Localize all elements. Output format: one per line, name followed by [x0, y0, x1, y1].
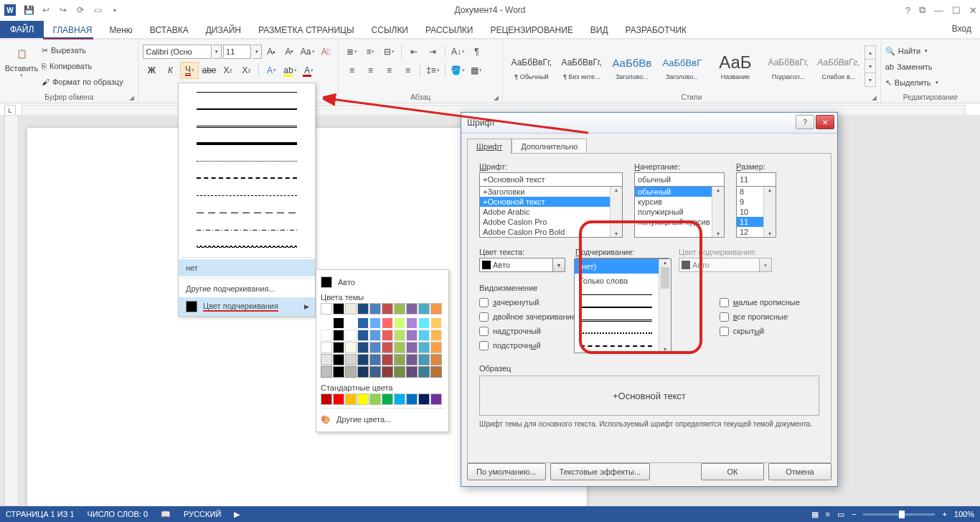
show-marks-icon[interactable]: ¶: [468, 44, 485, 60]
style-heading1[interactable]: АаБбВвЗаголово...: [608, 45, 656, 87]
minimize-icon[interactable]: —: [934, 5, 943, 16]
cut-button[interactable]: ✂Вырезать: [42, 43, 123, 57]
underline-opt-wordsonly[interactable]: Только слова: [575, 274, 671, 288]
color-swatch[interactable]: [369, 393, 381, 405]
indent-icon[interactable]: ⇥: [424, 44, 441, 60]
subscript-button[interactable]: X2: [219, 62, 236, 78]
text-effects-button[interactable]: Текстовые эффекты...: [550, 463, 651, 480]
tab-mailings[interactable]: РАССЫЛКИ: [417, 22, 481, 38]
font-input[interactable]: +Основной текст: [479, 172, 623, 187]
italic-button[interactable]: К: [161, 62, 179, 78]
tab-home[interactable]: ГЛАВНАЯ: [44, 22, 100, 38]
clear-format-icon[interactable]: A⃠: [317, 44, 334, 60]
chk-super[interactable]: надстрочный: [479, 324, 576, 338]
underline-button[interactable]: Ч: [180, 62, 199, 79]
color-swatch[interactable]: [321, 330, 332, 341]
underline-style-5[interactable]: [179, 152, 315, 169]
shrink-font-icon[interactable]: A▾: [281, 44, 298, 60]
qat-customize-icon[interactable]: ▾: [107, 2, 123, 18]
color-swatch[interactable]: [357, 303, 369, 314]
status-macro-icon[interactable]: ▶: [234, 510, 240, 519]
font-listbox[interactable]: +Заголовки +Основной текст Adobe Arabic …: [479, 186, 623, 238]
color-swatch[interactable]: [345, 366, 357, 378]
color-swatch[interactable]: [430, 303, 442, 314]
close-icon[interactable]: ✕: [969, 5, 977, 16]
color-swatch[interactable]: [430, 317, 442, 329]
underline-opt-line3[interactable]: [575, 314, 671, 327]
color-swatch[interactable]: [345, 317, 357, 329]
underline-opt-line1[interactable]: [575, 288, 671, 301]
color-swatch[interactable]: [430, 342, 442, 353]
auto-color-item[interactable]: Авто: [321, 274, 444, 290]
status-page[interactable]: СТРАНИЦА 1 ИЗ 1: [6, 510, 75, 518]
dialog-close-icon[interactable]: ✕: [816, 115, 834, 129]
tab-design[interactable]: ДИЗАЙН: [197, 22, 250, 38]
color-swatch[interactable]: [394, 330, 405, 341]
text-color-combo[interactable]: Авто▾: [479, 258, 565, 272]
underline-style-10[interactable]: [179, 238, 315, 256]
color-swatch[interactable]: [394, 393, 405, 405]
style-input[interactable]: обычный: [634, 172, 725, 187]
select-button[interactable]: ↖Выделить▾: [885, 75, 976, 90]
underline-options-popup[interactable]: (нет) Только слова ▴▾: [574, 258, 672, 353]
color-swatch[interactable]: [333, 342, 344, 353]
save-icon[interactable]: 💾: [21, 2, 37, 18]
style-emphasis[interactable]: АаБбВвГг,Слабое в...: [814, 45, 863, 87]
styles-launcher-icon[interactable]: ◢: [872, 94, 879, 101]
color-swatch[interactable]: [418, 303, 430, 314]
color-swatch[interactable]: [406, 354, 418, 365]
color-swatch[interactable]: [382, 303, 393, 314]
zoom-slider[interactable]: [863, 513, 935, 516]
align-center-icon[interactable]: ≡: [362, 62, 379, 78]
color-swatch[interactable]: [357, 330, 369, 341]
color-swatch[interactable]: [418, 342, 430, 353]
format-painter-button[interactable]: 🖌Формат по образцу: [42, 75, 123, 89]
size-listbox[interactable]: 8 9 10 11 12 ▴▾: [736, 186, 776, 238]
color-swatch[interactable]: [406, 317, 418, 329]
underline-more[interactable]: Другие подчеркивания...: [179, 280, 315, 297]
color-swatch[interactable]: [345, 354, 357, 365]
underline-style-2[interactable]: [179, 101, 315, 118]
more-colors-item[interactable]: 🎨Другие цвета...: [321, 411, 444, 427]
color-swatch[interactable]: [430, 354, 442, 365]
underline-style-4[interactable]: [179, 135, 315, 152]
color-swatch[interactable]: [369, 354, 381, 365]
dialog-titlebar[interactable]: Шрифт ? ✕: [461, 113, 837, 134]
color-swatch[interactable]: [369, 303, 381, 314]
zoom-in-icon[interactable]: +: [942, 510, 946, 518]
dialog-help-icon[interactable]: ?: [796, 115, 814, 129]
new-doc-icon[interactable]: ▭: [90, 2, 105, 18]
align-left-icon[interactable]: ≡: [343, 62, 360, 78]
style-subtitle[interactable]: АаБбВвГг,Подзагол...: [764, 45, 813, 87]
color-swatch[interactable]: [369, 317, 381, 329]
tab-view[interactable]: ВИД: [582, 22, 617, 38]
color-swatch[interactable]: [345, 330, 357, 341]
status-spell-icon[interactable]: 📖: [161, 510, 171, 519]
zoom-level[interactable]: 100%: [954, 510, 974, 518]
underline-style-1[interactable]: [179, 83, 315, 101]
color-swatch[interactable]: [418, 354, 430, 365]
color-swatch[interactable]: [333, 330, 344, 341]
color-swatch[interactable]: [369, 330, 381, 341]
numbering-icon[interactable]: ≡: [362, 44, 379, 60]
color-swatch[interactable]: [345, 393, 357, 405]
color-swatch[interactable]: [430, 330, 442, 341]
help-icon[interactable]: ?: [905, 5, 910, 16]
color-swatch[interactable]: [382, 354, 393, 365]
font-color-icon[interactable]: A: [300, 62, 317, 78]
text-effects-icon[interactable]: A: [263, 62, 280, 78]
gallery-scroll[interactable]: ▴▾▾: [864, 45, 876, 87]
tab-insert[interactable]: ВСТАВКА: [141, 22, 197, 38]
change-case-icon[interactable]: Aa: [299, 44, 316, 60]
color-swatch[interactable]: [418, 330, 430, 341]
dialog-tab-advanced[interactable]: Дополнительно: [512, 139, 587, 154]
underline-opt-line4[interactable]: [575, 327, 671, 340]
color-swatch[interactable]: [321, 303, 332, 314]
color-swatch[interactable]: [394, 342, 405, 353]
sign-in-link[interactable]: Вход: [952, 24, 971, 34]
color-swatch[interactable]: [382, 393, 393, 405]
underline-opt-line5[interactable]: [575, 340, 671, 353]
color-swatch[interactable]: [333, 354, 344, 365]
maximize-icon[interactable]: ☐: [952, 5, 961, 16]
bullets-icon[interactable]: ≣: [343, 44, 360, 60]
